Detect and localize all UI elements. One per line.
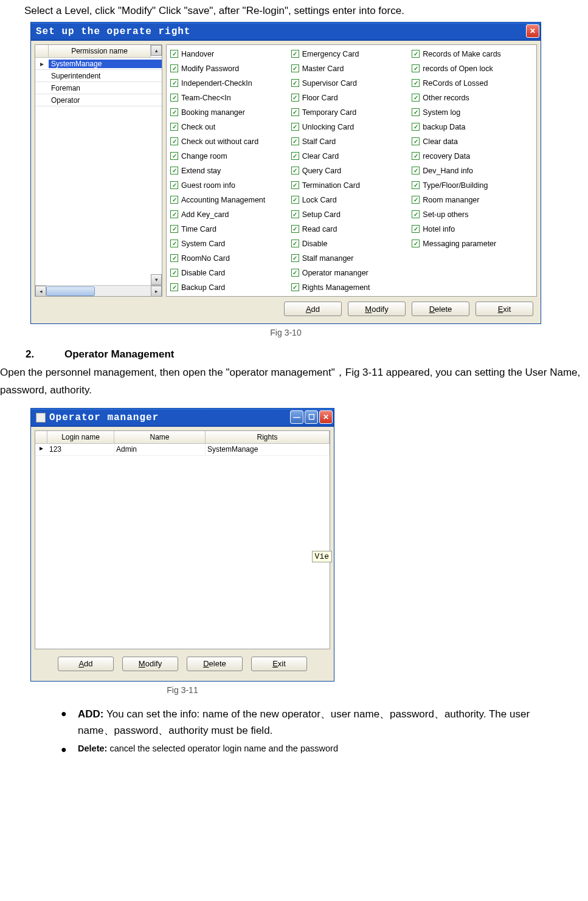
permission-item[interactable]: ✓Handover bbox=[170, 47, 291, 60]
permission-item[interactable]: ✓Team-Chec<In bbox=[170, 91, 291, 104]
add-button[interactable]: Add bbox=[58, 657, 114, 671]
checkbox-icon[interactable]: ✓ bbox=[170, 225, 178, 233]
checkbox-icon[interactable]: ✓ bbox=[291, 254, 299, 262]
checkbox-icon[interactable]: ✓ bbox=[412, 137, 420, 145]
checkbox-icon[interactable]: ✓ bbox=[170, 108, 178, 116]
scroll-left-icon[interactable]: ◂ bbox=[35, 286, 46, 297]
checkbox-icon[interactable]: ✓ bbox=[291, 240, 299, 247]
checkbox-icon[interactable]: ✓ bbox=[412, 210, 420, 218]
permission-item[interactable]: ✓Time Card bbox=[170, 223, 291, 235]
permission-item[interactable]: ✓Type/Floor/Building bbox=[412, 179, 533, 192]
checkbox-icon[interactable]: ✓ bbox=[291, 283, 299, 291]
permission-item[interactable]: ✓Lock Card bbox=[291, 193, 412, 206]
permission-item[interactable]: ✓Modify Password bbox=[170, 62, 291, 75]
checkbox-icon[interactable]: ✓ bbox=[412, 196, 420, 204]
permission-item[interactable]: ✓Supervisor Card bbox=[291, 77, 412, 89]
permission-item[interactable]: ✓System Card bbox=[170, 237, 291, 250]
permission-item[interactable]: ✓Check out bbox=[170, 120, 291, 133]
permission-item[interactable]: ✓Rights Management bbox=[291, 281, 412, 294]
permission-item[interactable]: ✓Other records bbox=[412, 91, 533, 104]
permission-item[interactable]: ✓System log bbox=[412, 106, 533, 119]
minimize-icon[interactable]: — bbox=[290, 410, 303, 424]
permission-item[interactable]: ✓recovery Data bbox=[412, 150, 533, 162]
permission-item[interactable]: ✓Unlocking Card bbox=[291, 120, 412, 133]
list-item[interactable]: Foreman bbox=[35, 82, 162, 94]
permission-item[interactable]: ✓Booking mananger bbox=[170, 106, 291, 119]
permission-item[interactable]: ✓Clear data bbox=[412, 135, 533, 148]
checkbox-icon[interactable]: ✓ bbox=[412, 167, 420, 174]
permission-item[interactable]: ✓Temporary Card bbox=[291, 106, 412, 119]
permission-item[interactable]: ✓Extend stay bbox=[170, 164, 291, 177]
checkbox-icon[interactable]: ✓ bbox=[291, 181, 299, 189]
permission-item[interactable]: ✓Stalf mananger bbox=[291, 252, 412, 264]
close-icon[interactable]: ✕ bbox=[526, 24, 539, 38]
checkbox-icon[interactable]: ✓ bbox=[412, 50, 420, 58]
checkbox-icon[interactable]: ✓ bbox=[291, 152, 299, 160]
permission-item[interactable]: ✓backup Data bbox=[412, 120, 533, 133]
checkbox-icon[interactable]: ✓ bbox=[291, 196, 299, 204]
checkbox-icon[interactable]: ✓ bbox=[291, 269, 299, 277]
checkbox-icon[interactable]: ✓ bbox=[291, 225, 299, 233]
permission-item[interactable]: ✓records of Open lock bbox=[412, 62, 533, 75]
checkbox-icon[interactable]: ✓ bbox=[412, 181, 420, 189]
table-row[interactable]: ▸ 123 Admin SystemManage bbox=[35, 444, 330, 456]
close-icon[interactable]: ✕ bbox=[319, 410, 333, 424]
permission-item[interactable]: ✓Disable Card bbox=[170, 266, 291, 279]
permission-item[interactable]: ✓ReCords of Lossed bbox=[412, 77, 533, 89]
delete-button[interactable]: Delete bbox=[412, 302, 469, 316]
checkbox-icon[interactable]: ✓ bbox=[170, 79, 178, 87]
checkbox-icon[interactable]: ✓ bbox=[291, 210, 299, 218]
checkbox-icon[interactable]: ✓ bbox=[170, 254, 178, 262]
permission-item[interactable]: ✓Stalf Card bbox=[291, 135, 412, 148]
permission-item[interactable]: ✓Query Card bbox=[291, 164, 412, 177]
permission-item[interactable]: ✓Add Key_card bbox=[170, 208, 291, 221]
checkbox-icon[interactable]: ✓ bbox=[412, 64, 420, 72]
permission-item[interactable]: ✓Records of Make cards bbox=[412, 47, 533, 60]
list-item[interactable]: Superintendent bbox=[35, 70, 162, 82]
permission-item[interactable]: ✓Dev_Hand info bbox=[412, 164, 533, 177]
permission-item[interactable]: ✓Change room bbox=[170, 150, 291, 162]
permission-item[interactable]: ✓Master Card bbox=[291, 62, 412, 75]
permission-item[interactable]: ✓Setup Card bbox=[291, 208, 412, 221]
checkbox-icon[interactable]: ✓ bbox=[170, 152, 178, 160]
permission-item[interactable]: ✓Room mananger bbox=[412, 193, 533, 206]
permission-item[interactable]: ✓Disable bbox=[291, 237, 412, 250]
list-item[interactable]: ▸SystemManage bbox=[35, 58, 162, 70]
scroll-right-icon[interactable]: ▸ bbox=[151, 286, 162, 297]
checkbox-icon[interactable]: ✓ bbox=[170, 210, 178, 218]
checkbox-icon[interactable]: ✓ bbox=[170, 167, 178, 174]
permission-item[interactable]: ✓Operator mananger bbox=[291, 266, 412, 279]
horizontal-scrollbar[interactable]: ◂ ▸ bbox=[35, 285, 162, 296]
permission-item[interactable]: ✓Check out without card bbox=[170, 135, 291, 148]
permission-item[interactable]: ✓Floor Card bbox=[291, 91, 412, 104]
checkbox-icon[interactable]: ✓ bbox=[291, 64, 299, 72]
checkbox-icon[interactable]: ✓ bbox=[170, 64, 178, 72]
checkbox-icon[interactable]: ✓ bbox=[170, 269, 178, 277]
permission-item[interactable]: ✓Accounting Management bbox=[170, 193, 291, 206]
permission-item[interactable]: ✓Read card bbox=[291, 223, 412, 235]
checkbox-icon[interactable]: ✓ bbox=[170, 181, 178, 189]
permission-item[interactable]: ✓Clear Card bbox=[291, 150, 412, 162]
checkbox-icon[interactable]: ✓ bbox=[291, 137, 299, 145]
modify-button[interactable]: Modify bbox=[348, 302, 406, 316]
checkbox-icon[interactable]: ✓ bbox=[170, 240, 178, 247]
checkbox-icon[interactable]: ✓ bbox=[291, 123, 299, 131]
checkbox-icon[interactable]: ✓ bbox=[170, 196, 178, 204]
checkbox-icon[interactable]: ✓ bbox=[291, 167, 299, 174]
delete-button[interactable]: Delete bbox=[187, 657, 243, 671]
modify-button[interactable]: Modify bbox=[122, 657, 178, 671]
add-button[interactable]: Add bbox=[284, 302, 342, 316]
checkbox-icon[interactable]: ✓ bbox=[170, 283, 178, 291]
scroll-down-icon[interactable]: ▾ bbox=[151, 274, 162, 285]
permission-item[interactable]: ✓Backup Card bbox=[170, 281, 291, 294]
permission-item[interactable]: ✓Set-up others bbox=[412, 208, 533, 221]
list-item[interactable]: Operator bbox=[35, 94, 162, 106]
exit-button[interactable]: Exit bbox=[476, 302, 533, 316]
permission-item[interactable]: ✓Termination Card bbox=[291, 179, 412, 192]
checkbox-icon[interactable]: ✓ bbox=[412, 123, 420, 131]
permission-item[interactable]: ✓Messaging parameter bbox=[412, 237, 533, 250]
checkbox-icon[interactable]: ✓ bbox=[291, 79, 299, 87]
permission-item[interactable]: ✓Emergency Card bbox=[291, 47, 412, 60]
checkbox-icon[interactable]: ✓ bbox=[412, 108, 420, 116]
checkbox-icon[interactable]: ✓ bbox=[412, 225, 420, 233]
